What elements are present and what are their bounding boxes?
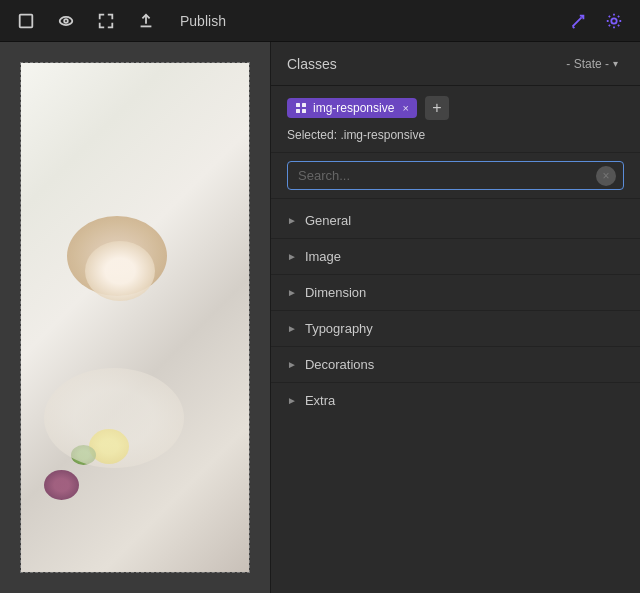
category-label: Typography xyxy=(305,321,373,336)
state-label: - State - xyxy=(566,57,609,71)
chevron-right-icon: ► xyxy=(287,215,297,226)
category-label: Dimension xyxy=(305,285,366,300)
chevron-right-icon: ► xyxy=(287,251,297,262)
publish-button[interactable]: Publish xyxy=(172,9,234,33)
search-clear-button[interactable]: × xyxy=(596,166,616,186)
panel-header: Classes - State - ▾ xyxy=(271,42,640,86)
svg-rect-9 xyxy=(302,103,306,107)
svg-line-4 xyxy=(573,17,582,26)
category-label: Decorations xyxy=(305,357,374,372)
category-item[interactable]: ► Typography xyxy=(271,311,640,347)
class-tag-icon xyxy=(295,102,307,114)
fig-decoration xyxy=(44,470,79,500)
main-content: Classes - State - ▾ xyxy=(0,42,640,593)
state-dropdown[interactable]: - State - ▾ xyxy=(560,55,624,73)
canvas-area xyxy=(0,42,270,593)
chevron-right-icon: ► xyxy=(287,323,297,334)
category-label: Image xyxy=(305,249,341,264)
search-input[interactable] xyxy=(287,161,624,190)
herb-decoration xyxy=(71,445,96,465)
selected-class: .img-responsive xyxy=(340,128,425,142)
category-item[interactable]: ► Extra xyxy=(271,383,640,418)
chevron-down-icon: ▾ xyxy=(613,58,618,69)
canvas-image xyxy=(21,63,249,572)
svg-rect-10 xyxy=(296,109,300,113)
tag-section: img-responsive × + Selected: .img-respon… xyxy=(271,86,640,153)
square-icon[interactable] xyxy=(12,7,40,35)
chevron-right-icon: ► xyxy=(287,359,297,370)
category-item[interactable]: ► Image xyxy=(271,239,640,275)
svg-rect-11 xyxy=(302,109,306,113)
chevron-right-icon: ► xyxy=(287,395,297,406)
cup-decoration xyxy=(85,241,155,301)
class-tag[interactable]: img-responsive × xyxy=(287,98,417,118)
svg-line-5 xyxy=(582,15,584,17)
gear-icon[interactable] xyxy=(600,7,628,35)
chevron-right-icon: ► xyxy=(287,287,297,298)
canvas-frame xyxy=(20,62,250,573)
lemon-decoration xyxy=(89,429,129,464)
upload-icon[interactable] xyxy=(132,7,160,35)
expand-icon[interactable] xyxy=(92,7,120,35)
svg-point-7 xyxy=(611,18,616,23)
toolbar: Publish xyxy=(0,0,640,42)
class-tag-name: img-responsive xyxy=(313,101,394,115)
panel-title: Classes xyxy=(287,56,337,72)
right-panel: Classes - State - ▾ xyxy=(270,42,640,593)
class-tag-close[interactable]: × xyxy=(402,102,408,114)
selected-label: Selected: .img-responsive xyxy=(287,128,624,142)
svg-point-2 xyxy=(64,19,68,23)
eye-icon[interactable] xyxy=(52,7,80,35)
search-input-wrap: × xyxy=(287,161,624,190)
toolbar-right xyxy=(564,7,628,35)
brush-icon[interactable] xyxy=(564,7,592,35)
selected-prefix: Selected: xyxy=(287,128,340,142)
svg-point-1 xyxy=(60,16,73,24)
category-item[interactable]: ► General xyxy=(271,203,640,239)
tag-row: img-responsive × + xyxy=(287,96,624,120)
category-label: General xyxy=(305,213,351,228)
category-list: ► General ► Image ► Dimension ► Typograp… xyxy=(271,199,640,593)
category-label: Extra xyxy=(305,393,335,408)
svg-line-6 xyxy=(573,26,575,28)
svg-rect-0 xyxy=(20,14,33,27)
publish-label: Publish xyxy=(180,13,226,29)
search-section: × xyxy=(271,153,640,199)
svg-rect-8 xyxy=(296,103,300,107)
category-item[interactable]: ► Dimension xyxy=(271,275,640,311)
toolbar-left: Publish xyxy=(12,7,552,35)
add-class-button[interactable]: + xyxy=(425,96,449,120)
category-item[interactable]: ► Decorations xyxy=(271,347,640,383)
